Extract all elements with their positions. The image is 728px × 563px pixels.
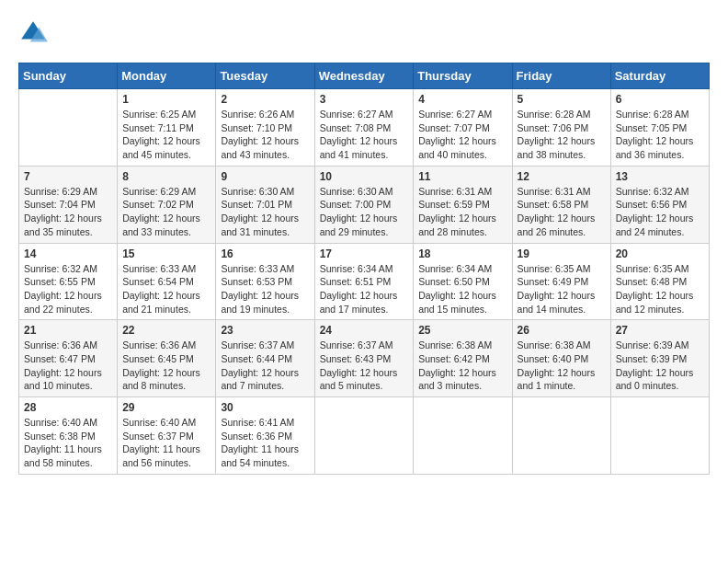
day-number: 11 xyxy=(418,170,506,183)
day-number: 10 xyxy=(320,170,409,183)
day-info: Sunrise: 6:30 AMSunset: 7:00 PMDaylight:… xyxy=(320,185,409,239)
day-number: 27 xyxy=(616,324,704,337)
day-number: 12 xyxy=(518,170,606,183)
header xyxy=(18,18,710,48)
day-number: 18 xyxy=(418,247,506,260)
day-number: 25 xyxy=(418,324,506,337)
calendar-week-row: 7Sunrise: 6:29 AMSunset: 7:04 PMDaylight… xyxy=(19,166,710,243)
day-info: Sunrise: 6:40 AMSunset: 6:38 PMDaylight:… xyxy=(24,416,112,470)
calendar-cell: 1Sunrise: 6:25 AMSunset: 7:11 PMDaylight… xyxy=(118,89,216,167)
day-number: 29 xyxy=(122,401,210,414)
day-number: 14 xyxy=(24,247,112,260)
day-number: 7 xyxy=(24,170,112,183)
day-info: Sunrise: 6:37 AMSunset: 6:43 PMDaylight:… xyxy=(320,339,409,393)
logo-icon xyxy=(18,18,48,48)
day-info: Sunrise: 6:36 AMSunset: 6:47 PMDaylight:… xyxy=(24,339,112,393)
day-info: Sunrise: 6:29 AMSunset: 7:04 PMDaylight:… xyxy=(24,185,112,239)
day-info: Sunrise: 6:27 AMSunset: 7:08 PMDaylight:… xyxy=(320,108,409,162)
day-of-week-header: Sunday xyxy=(19,63,118,89)
day-info: Sunrise: 6:32 AMSunset: 6:56 PMDaylight:… xyxy=(616,185,704,239)
calendar-cell: 9Sunrise: 6:30 AMSunset: 7:01 PMDaylight… xyxy=(216,166,314,243)
calendar-cell: 14Sunrise: 6:32 AMSunset: 6:55 PMDayligh… xyxy=(19,243,118,320)
day-info: Sunrise: 6:33 AMSunset: 6:53 PMDaylight:… xyxy=(221,262,309,316)
day-info: Sunrise: 6:35 AMSunset: 6:49 PMDaylight:… xyxy=(518,262,606,316)
day-number: 1 xyxy=(122,93,210,106)
calendar-cell xyxy=(314,397,414,475)
calendar-cell: 12Sunrise: 6:31 AMSunset: 6:58 PMDayligh… xyxy=(512,166,610,243)
day-info: Sunrise: 6:30 AMSunset: 7:01 PMDaylight:… xyxy=(221,185,309,239)
day-number: 19 xyxy=(518,247,606,260)
calendar-cell: 4Sunrise: 6:27 AMSunset: 7:07 PMDaylight… xyxy=(414,89,512,167)
day-info: Sunrise: 6:34 AMSunset: 6:50 PMDaylight:… xyxy=(418,262,506,316)
day-number: 15 xyxy=(122,247,210,260)
day-number: 2 xyxy=(221,93,309,106)
day-number: 3 xyxy=(320,93,409,106)
calendar-cell: 8Sunrise: 6:29 AMSunset: 7:02 PMDaylight… xyxy=(118,166,216,243)
calendar-table: SundayMondayTuesdayWednesdayThursdayFrid… xyxy=(18,63,710,475)
day-info: Sunrise: 6:25 AMSunset: 7:11 PMDaylight:… xyxy=(122,108,210,162)
day-of-week-header: Wednesday xyxy=(314,63,414,89)
calendar-cell: 27Sunrise: 6:39 AMSunset: 6:39 PMDayligh… xyxy=(610,320,709,397)
day-info: Sunrise: 6:38 AMSunset: 6:42 PMDaylight:… xyxy=(418,339,506,393)
calendar-cell xyxy=(19,89,118,167)
calendar-cell: 11Sunrise: 6:31 AMSunset: 6:59 PMDayligh… xyxy=(414,166,512,243)
calendar-cell: 16Sunrise: 6:33 AMSunset: 6:53 PMDayligh… xyxy=(216,243,314,320)
calendar-cell: 7Sunrise: 6:29 AMSunset: 7:04 PMDaylight… xyxy=(19,166,118,243)
day-number: 28 xyxy=(24,401,112,414)
day-info: Sunrise: 6:33 AMSunset: 6:54 PMDaylight:… xyxy=(122,262,210,316)
day-number: 22 xyxy=(122,324,210,337)
day-info: Sunrise: 6:34 AMSunset: 6:51 PMDaylight:… xyxy=(320,262,409,316)
day-info: Sunrise: 6:38 AMSunset: 6:40 PMDaylight:… xyxy=(518,339,606,393)
day-number: 23 xyxy=(221,324,309,337)
day-info: Sunrise: 6:32 AMSunset: 6:55 PMDaylight:… xyxy=(24,262,112,316)
day-info: Sunrise: 6:39 AMSunset: 6:39 PMDaylight:… xyxy=(616,339,704,393)
day-number: 17 xyxy=(320,247,409,260)
day-of-week-header: Monday xyxy=(118,63,216,89)
day-info: Sunrise: 6:27 AMSunset: 7:07 PMDaylight:… xyxy=(418,108,506,162)
day-info: Sunrise: 6:35 AMSunset: 6:48 PMDaylight:… xyxy=(616,262,704,316)
day-info: Sunrise: 6:40 AMSunset: 6:37 PMDaylight:… xyxy=(122,416,210,470)
day-number: 6 xyxy=(616,93,704,106)
calendar-cell: 2Sunrise: 6:26 AMSunset: 7:10 PMDaylight… xyxy=(216,89,314,167)
calendar-cell: 19Sunrise: 6:35 AMSunset: 6:49 PMDayligh… xyxy=(512,243,610,320)
calendar-week-row: 1Sunrise: 6:25 AMSunset: 7:11 PMDaylight… xyxy=(19,89,710,167)
calendar-cell xyxy=(512,397,610,475)
calendar-cell: 6Sunrise: 6:28 AMSunset: 7:05 PMDaylight… xyxy=(610,89,709,167)
day-of-week-header: Tuesday xyxy=(216,63,314,89)
calendar-header-row: SundayMondayTuesdayWednesdayThursdayFrid… xyxy=(19,63,710,89)
day-info: Sunrise: 6:28 AMSunset: 7:06 PMDaylight:… xyxy=(518,108,606,162)
calendar-cell: 3Sunrise: 6:27 AMSunset: 7:08 PMDaylight… xyxy=(314,89,414,167)
calendar-cell: 23Sunrise: 6:37 AMSunset: 6:44 PMDayligh… xyxy=(216,320,314,397)
calendar-week-row: 28Sunrise: 6:40 AMSunset: 6:38 PMDayligh… xyxy=(19,397,710,475)
calendar-cell: 18Sunrise: 6:34 AMSunset: 6:50 PMDayligh… xyxy=(414,243,512,320)
calendar-cell: 22Sunrise: 6:36 AMSunset: 6:45 PMDayligh… xyxy=(118,320,216,397)
day-info: Sunrise: 6:31 AMSunset: 6:59 PMDaylight:… xyxy=(418,185,506,239)
day-number: 9 xyxy=(221,170,309,183)
day-of-week-header: Friday xyxy=(512,63,610,89)
calendar-cell: 25Sunrise: 6:38 AMSunset: 6:42 PMDayligh… xyxy=(414,320,512,397)
calendar-cell: 30Sunrise: 6:41 AMSunset: 6:36 PMDayligh… xyxy=(216,397,314,475)
calendar-cell: 29Sunrise: 6:40 AMSunset: 6:37 PMDayligh… xyxy=(118,397,216,475)
calendar-cell xyxy=(414,397,512,475)
day-info: Sunrise: 6:26 AMSunset: 7:10 PMDaylight:… xyxy=(221,108,309,162)
calendar-cell: 21Sunrise: 6:36 AMSunset: 6:47 PMDayligh… xyxy=(19,320,118,397)
calendar-cell: 10Sunrise: 6:30 AMSunset: 7:00 PMDayligh… xyxy=(314,166,414,243)
day-info: Sunrise: 6:36 AMSunset: 6:45 PMDaylight:… xyxy=(122,339,210,393)
day-number: 21 xyxy=(24,324,112,337)
day-info: Sunrise: 6:41 AMSunset: 6:36 PMDaylight:… xyxy=(221,416,309,470)
calendar-cell: 28Sunrise: 6:40 AMSunset: 6:38 PMDayligh… xyxy=(19,397,118,475)
day-number: 8 xyxy=(122,170,210,183)
calendar-cell: 17Sunrise: 6:34 AMSunset: 6:51 PMDayligh… xyxy=(314,243,414,320)
calendar-cell: 5Sunrise: 6:28 AMSunset: 7:06 PMDaylight… xyxy=(512,89,610,167)
calendar-cell: 26Sunrise: 6:38 AMSunset: 6:40 PMDayligh… xyxy=(512,320,610,397)
calendar-week-row: 14Sunrise: 6:32 AMSunset: 6:55 PMDayligh… xyxy=(19,243,710,320)
calendar-cell: 13Sunrise: 6:32 AMSunset: 6:56 PMDayligh… xyxy=(610,166,709,243)
day-number: 4 xyxy=(418,93,506,106)
calendar-week-row: 21Sunrise: 6:36 AMSunset: 6:47 PMDayligh… xyxy=(19,320,710,397)
day-info: Sunrise: 6:28 AMSunset: 7:05 PMDaylight:… xyxy=(616,108,704,162)
day-number: 24 xyxy=(320,324,409,337)
day-number: 5 xyxy=(518,93,606,106)
day-number: 16 xyxy=(221,247,309,260)
calendar-cell: 15Sunrise: 6:33 AMSunset: 6:54 PMDayligh… xyxy=(118,243,216,320)
day-of-week-header: Thursday xyxy=(414,63,512,89)
